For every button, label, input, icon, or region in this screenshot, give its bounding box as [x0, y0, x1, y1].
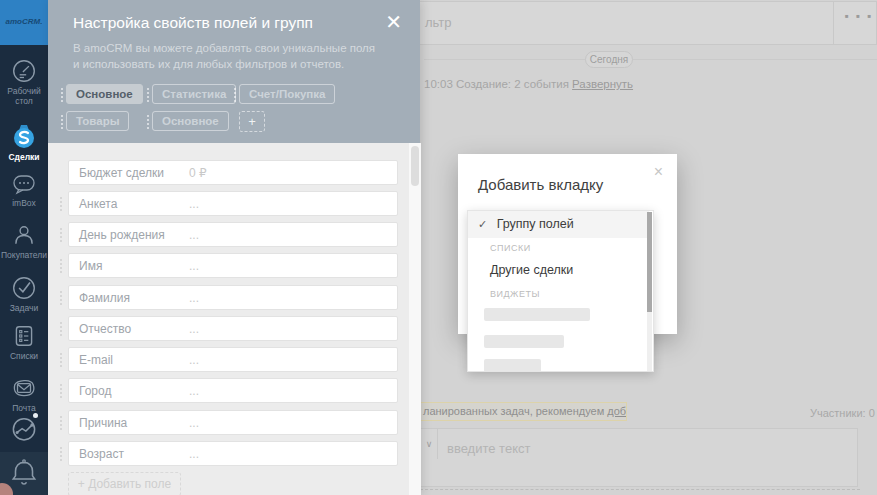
deals-icon — [10, 122, 38, 150]
field-label: Причина — [79, 416, 127, 430]
widget-option-placeholder[interactable] — [484, 308, 590, 321]
add-field-button[interactable]: + Добавить поле — [68, 472, 181, 495]
logo-text: amoCRM. — [0, 17, 48, 26]
field-label: Город — [79, 384, 111, 398]
sidebar-item-label: Сделки — [0, 152, 48, 162]
panel-scrollbar-thumb[interactable] — [411, 146, 419, 186]
field-row-email[interactable]: E-mail ... — [68, 347, 398, 372]
check-icon: ✓ — [478, 218, 487, 230]
sidebar-item-imbox[interactable]: imBox — [0, 172, 48, 208]
drag-handle-icon[interactable] — [60, 416, 62, 418]
close-icon[interactable]: × — [654, 164, 663, 180]
field-row-firstname[interactable]: Имя ... — [68, 253, 398, 278]
sidebar-item-mail[interactable]: Почта — [0, 375, 48, 413]
field-label: Бюджет сделки — [79, 166, 164, 180]
lists-icon — [11, 323, 37, 349]
chat-icon — [11, 172, 37, 196]
field-value: ... — [189, 384, 199, 398]
field-row-birthday[interactable]: День рождения ... — [68, 222, 398, 247]
tab-statistics[interactable]: Статистика — [152, 84, 236, 104]
bell-icon — [7, 455, 41, 491]
sidebar-item-lists[interactable]: Списки — [0, 323, 48, 361]
field-label: День рождения — [79, 228, 165, 242]
field-label: Фамилия — [79, 291, 130, 305]
tab-invoice[interactable]: Счет/Покупка — [239, 84, 335, 104]
sidebar-item-deals[interactable]: Сделки — [0, 122, 48, 162]
field-value: ... — [189, 259, 199, 273]
field-label: Возраст — [79, 447, 124, 461]
drag-handle-icon[interactable] — [60, 447, 62, 449]
note-text-input[interactable] — [445, 440, 825, 457]
sidebar-item-dashboard[interactable]: Рабочий стол — [0, 58, 48, 106]
chevron-down-icon: ∨ — [426, 439, 433, 449]
drag-handle-icon[interactable] — [60, 197, 62, 199]
feed-date-divider — [424, 59, 877, 60]
field-row-lastname[interactable]: Фамилия ... — [68, 285, 398, 310]
add-tab-button[interactable]: + — [239, 111, 265, 132]
drag-handle-icon[interactable] — [60, 384, 62, 386]
note-type-select[interactable]: ∨ — [421, 429, 438, 459]
panel-header: Настройка свойств полей и групп В amoCRM… — [48, 0, 420, 143]
field-label: Имя — [79, 259, 102, 273]
field-value: ... — [189, 197, 199, 211]
field-row-middlename[interactable]: Отчество ... — [68, 316, 398, 341]
drag-handle-icon[interactable] — [60, 259, 62, 261]
sidebar-item-label: Списки — [0, 351, 48, 361]
field-value: 0 ₽ — [189, 166, 207, 180]
widget-option-placeholder[interactable] — [484, 335, 564, 348]
section-label-lists: СПИСКИ — [490, 243, 531, 253]
field-label: Отчество — [79, 322, 131, 336]
field-row-budget[interactable]: Бюджет сделки 0 ₽ — [68, 160, 398, 185]
sidebar-item-label: Почта — [0, 403, 48, 413]
drag-handle-icon[interactable] — [60, 322, 62, 324]
more-menu-icon[interactable]: ■ ■ ■ — [845, 13, 874, 19]
tab-products[interactable]: Товары — [66, 111, 129, 131]
field-label: Анкета — [79, 197, 117, 211]
tab-type-dropdown: ✓ Группу полей СПИСКИ Другие сделки ВИДЖ… — [467, 210, 654, 372]
dropdown-scrollbar-thumb[interactable] — [647, 212, 652, 312]
dropdown-scrollbar — [647, 212, 652, 372]
panel-subtitle: В amoCRM вы можете добавлять свои уникал… — [73, 40, 378, 72]
option-label: Группу полей — [497, 217, 574, 231]
widget-option-placeholder[interactable] — [484, 359, 541, 372]
amocrm-logo[interactable]: amoCRM. — [0, 0, 48, 45]
add-task-link[interactable]: добавить — [607, 405, 627, 417]
tab-main-2[interactable]: Основное — [152, 111, 229, 131]
expand-link[interactable]: Развернуть — [572, 78, 633, 90]
event-text: 10:03 Создание: 2 события — [424, 78, 569, 90]
drag-handle-icon[interactable] — [60, 291, 62, 293]
field-row-city[interactable]: Город ... — [68, 378, 398, 403]
dialog-title: Добавить вкладку — [478, 176, 603, 193]
notification-dot — [33, 413, 38, 418]
sidebar-item-label: Задачи — [0, 303, 48, 313]
drag-handle-icon[interactable] — [61, 115, 63, 117]
option-field-group[interactable]: ✓ Группу полей — [468, 211, 649, 238]
sidebar-item-buyers[interactable]: Покупатели — [0, 222, 48, 260]
note-input-area: ∨ — [420, 428, 858, 487]
field-row-reason[interactable]: Причина ... — [68, 410, 398, 435]
sidebar-item-label: Покупатели — [0, 250, 48, 260]
drag-handle-icon[interactable] — [60, 228, 62, 230]
drag-handle-icon[interactable] — [61, 88, 63, 90]
drag-handle-icon[interactable] — [60, 353, 62, 355]
close-icon[interactable]: ✕ — [385, 12, 402, 32]
filter-input[interactable]: льтр — [425, 15, 452, 30]
field-value: ... — [189, 228, 199, 242]
today-badge: Сегодня — [585, 51, 633, 68]
drag-handle-icon[interactable] — [234, 88, 236, 90]
field-value: ... — [189, 322, 199, 336]
field-value: ... — [189, 291, 199, 305]
sidebar-item-tasks[interactable]: Задачи — [0, 275, 48, 313]
tab-main[interactable]: Основное — [66, 84, 143, 104]
sidebar-item-stats[interactable] — [0, 413, 48, 443]
field-row-anketa[interactable]: Анкета ... — [68, 191, 398, 216]
drag-handle-icon[interactable] — [147, 115, 149, 117]
tasks-icon — [11, 275, 37, 301]
field-label: E-mail — [79, 353, 113, 367]
drag-handle-icon[interactable] — [147, 88, 149, 90]
sidebar-item-label: imBox — [0, 198, 48, 208]
option-other-deals[interactable]: Другие сделки — [490, 263, 573, 277]
participants-count: Участники: 0 — [810, 407, 875, 419]
field-row-age[interactable]: Возраст ... — [68, 441, 398, 466]
panel-title: Настройка свойств полей и групп — [73, 14, 313, 32]
